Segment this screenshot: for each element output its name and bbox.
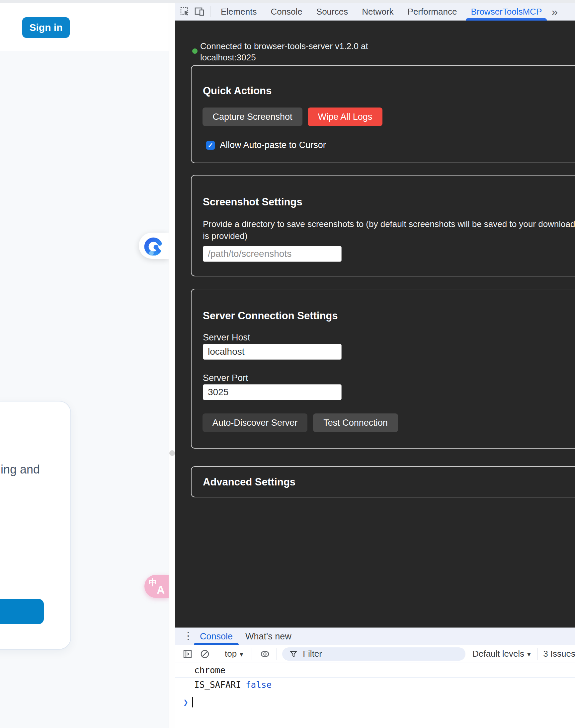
inspect-element-icon[interactable] <box>180 6 190 17</box>
autopaste-label: Allow Auto-paste to Cursor <box>220 140 326 150</box>
console-messages: chrome IS_SAFARI false ❯ <box>175 663 575 728</box>
description-line-1: Provide a directory to save screenshots … <box>203 218 575 230</box>
filter-funnel-icon <box>290 650 298 658</box>
issues-counter[interactable]: 3 Issues <box>543 649 575 659</box>
web-page-pane: Sign in ing and 中 A <box>0 0 169 728</box>
chevron-down-icon: ▾ <box>240 651 243 658</box>
default-levels-label: Default levels <box>472 649 524 659</box>
drawer-menu-icon[interactable]: ⋮ <box>183 630 193 642</box>
console-message-key: IS_SAFARI <box>194 680 241 690</box>
console-toolbar: top▾ Filter Default leve <box>175 645 575 663</box>
server-connection-card: Server Connection Settings Server Host S… <box>191 289 575 449</box>
console-toolbar-divider <box>537 648 538 660</box>
devtools-window: Elements Console Sources Network Perform… <box>175 0 575 728</box>
window-top-edge <box>0 0 575 3</box>
tab-browsertoolsmcp[interactable]: BrowserToolsMCP <box>464 3 549 21</box>
screenshot-settings-title: Screenshot Settings <box>203 196 302 208</box>
connection-status-icon <box>192 48 198 54</box>
console-drawer: ⋮ Console What's new <box>175 627 575 728</box>
screenshot-settings-description: Provide a directory to save screenshots … <box>203 218 575 242</box>
console-toolbar-divider <box>276 648 277 660</box>
clear-console-icon[interactable] <box>200 649 210 659</box>
drawer-tab-console[interactable]: Console <box>200 628 233 645</box>
advanced-settings-card[interactable]: Advanced Settings <box>191 466 575 498</box>
capture-screenshot-button[interactable]: Capture Screenshot <box>203 108 302 126</box>
text-cursor <box>192 697 193 707</box>
console-sidebar-icon[interactable] <box>182 649 193 659</box>
quick-actions-title: Quick Actions <box>203 85 272 97</box>
browser-tools-floating-pill[interactable] <box>139 232 169 259</box>
page-scrollbar[interactable] <box>169 0 175 728</box>
console-toolbar-divider <box>251 648 252 660</box>
context-selector[interactable]: top▾ <box>225 649 243 659</box>
description-line-2: is provided) <box>203 230 575 242</box>
context-selector-label: top <box>225 649 237 659</box>
translate-icon-latin: A <box>157 584 165 596</box>
console-message-row[interactable]: IS_SAFARI false <box>175 678 575 692</box>
server-host-label: Server Host <box>203 332 250 343</box>
screenshot-path-input[interactable] <box>203 246 342 262</box>
server-port-label: Server Port <box>203 373 248 383</box>
translate-floating-pill[interactable]: 中 A <box>144 575 169 598</box>
quick-actions-card: Quick Actions Capture Screenshot Wipe Al… <box>191 65 575 163</box>
status-line-1: Connected to browser-tools-server v1.2.0… <box>200 40 368 52</box>
console-message-row[interactable]: chrome <box>175 663 575 678</box>
test-connection-button[interactable]: Test Connection <box>313 413 398 432</box>
drawer-tab-whats-new[interactable]: What's new <box>245 628 292 645</box>
page-card-primary-button[interactable] <box>0 599 44 624</box>
autopaste-checkbox[interactable]: ✓ <box>206 141 215 150</box>
prompt-chevron-icon: ❯ <box>183 697 188 707</box>
console-message-text: chrome <box>194 665 226 675</box>
page-content-card: ing and <box>0 401 71 650</box>
connection-status-text: Connected to browser-tools-server v1.2.0… <box>200 40 368 63</box>
tab-sources[interactable]: Sources <box>309 3 355 21</box>
translate-icon: 中 <box>149 577 157 588</box>
default-levels-selector[interactable]: Default levels▾ <box>472 649 531 659</box>
server-port-input[interactable] <box>203 384 342 400</box>
filter-placeholder: Filter <box>303 649 322 659</box>
advanced-settings-title: Advanced Settings <box>203 476 296 488</box>
devtools-tab-bar: Elements Console Sources Network Perform… <box>175 3 575 21</box>
console-filter-input[interactable]: Filter <box>282 647 466 661</box>
server-connection-title: Server Connection Settings <box>203 310 338 322</box>
screenshot-settings-card: Screenshot Settings Provide a directory … <box>191 175 575 277</box>
tab-performance[interactable]: Performance <box>401 3 464 21</box>
browser-tools-logo-icon <box>144 236 163 255</box>
console-message-boolean: false <box>246 680 272 690</box>
scrollbar-thumb[interactable] <box>169 450 175 456</box>
drawer-tab-row: ⋮ Console What's new <box>175 628 575 645</box>
wipe-all-logs-button[interactable]: Wipe All Logs <box>308 108 382 126</box>
tab-network[interactable]: Network <box>355 3 400 21</box>
console-tab-label: Console <box>200 631 233 642</box>
chevron-down-icon: ▾ <box>527 651 531 658</box>
toolbar-divider <box>210 6 210 17</box>
live-expression-eye-icon[interactable] <box>260 649 270 659</box>
sign-in-button[interactable]: Sign in <box>22 17 70 38</box>
tab-elements[interactable]: Elements <box>214 3 264 21</box>
tab-console[interactable]: Console <box>264 3 309 21</box>
console-toolbar-divider <box>216 648 216 660</box>
browsertoolsmcp-panel: Connected to browser-tools-server v1.2.0… <box>175 21 575 627</box>
device-toolbar-icon[interactable] <box>194 6 205 17</box>
status-line-2: localhost:3025 <box>200 52 368 63</box>
auto-discover-server-button[interactable]: Auto-Discover Server <box>203 413 307 432</box>
console-prompt[interactable]: ❯ <box>175 695 575 709</box>
page-card-text: ing and <box>1 463 40 476</box>
drawer-active-tab-indicator <box>194 643 239 645</box>
tab-browsertoolsmcp-label: BrowserToolsMCP <box>471 7 542 17</box>
active-tab-indicator <box>466 18 547 21</box>
more-tabs-icon[interactable]: » <box>551 5 558 18</box>
checkmark-icon: ✓ <box>208 142 213 149</box>
page-header: Sign in <box>0 3 169 51</box>
server-host-input[interactable] <box>203 344 342 360</box>
